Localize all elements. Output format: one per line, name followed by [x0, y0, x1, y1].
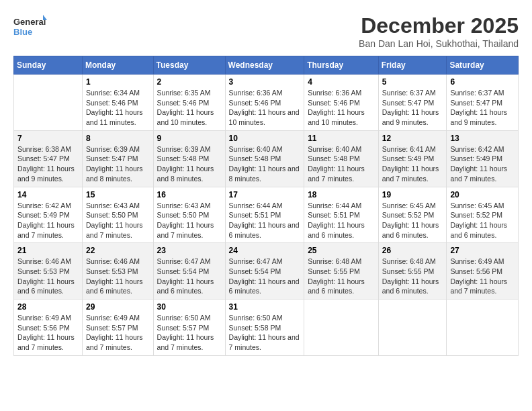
calendar-cell — [378, 300, 447, 356]
day-info: Sunrise: 6:42 AMSunset: 5:49 PMDaylight:… — [450, 144, 515, 184]
calendar-cell: 14Sunrise: 6:42 AMSunset: 5:49 PMDayligh… — [14, 187, 83, 243]
day-number: 15 — [86, 190, 150, 199]
day-info: Sunrise: 6:48 AMSunset: 5:55 PMDaylight:… — [382, 257, 443, 296]
month-title: December 2025 — [359, 13, 519, 38]
day-number: 7 — [17, 134, 79, 143]
day-info: Sunrise: 6:40 AMSunset: 5:48 PMDaylight:… — [229, 144, 301, 184]
svg-marker-2 — [43, 15, 47, 20]
day-info: Sunrise: 6:48 AMSunset: 5:55 PMDaylight:… — [308, 257, 375, 296]
day-info: Sunrise: 6:46 AMSunset: 5:53 PMDaylight:… — [86, 257, 150, 296]
day-number: 19 — [382, 190, 443, 199]
day-info: Sunrise: 6:44 AMSunset: 5:51 PMDaylight:… — [229, 201, 301, 240]
day-info: Sunrise: 6:39 AMSunset: 5:47 PMDaylight:… — [86, 144, 150, 184]
day-info: Sunrise: 6:37 AMSunset: 5:47 PMDaylight:… — [450, 88, 515, 128]
calendar-week-3: 21Sunrise: 6:46 AMSunset: 5:53 PMDayligh… — [14, 243, 519, 300]
calendar-cell — [447, 300, 519, 356]
calendar-cell: 18Sunrise: 6:44 AMSunset: 5:51 PMDayligh… — [304, 187, 379, 243]
svg-text:Blue: Blue — [13, 27, 32, 37]
day-info: Sunrise: 6:50 AMSunset: 5:58 PMDaylight:… — [229, 313, 301, 353]
calendar-cell: 12Sunrise: 6:41 AMSunset: 5:49 PMDayligh… — [378, 130, 447, 187]
calendar-week-0: 1Sunrise: 6:34 AMSunset: 5:46 PMDaylight… — [14, 75, 519, 131]
day-number: 30 — [157, 302, 222, 312]
day-number: 31 — [229, 302, 301, 312]
calendar-cell: 10Sunrise: 6:40 AMSunset: 5:48 PMDayligh… — [225, 130, 304, 187]
header-saturday: Saturday — [447, 56, 519, 75]
calendar-cell: 20Sunrise: 6:45 AMSunset: 5:52 PMDayligh… — [447, 187, 519, 243]
day-info: Sunrise: 6:49 AMSunset: 5:57 PMDaylight:… — [86, 313, 150, 353]
day-info: Sunrise: 6:41 AMSunset: 5:49 PMDaylight:… — [382, 144, 443, 184]
calendar-cell: 13Sunrise: 6:42 AMSunset: 5:49 PMDayligh… — [447, 130, 519, 187]
day-info: Sunrise: 6:38 AMSunset: 5:47 PMDaylight:… — [17, 144, 79, 184]
day-number: 16 — [157, 190, 222, 199]
day-number: 29 — [86, 302, 150, 312]
day-info: Sunrise: 6:49 AMSunset: 5:56 PMDaylight:… — [17, 313, 79, 353]
calendar-cell: 15Sunrise: 6:43 AMSunset: 5:50 PMDayligh… — [82, 187, 153, 243]
day-number: 21 — [17, 246, 79, 255]
day-number: 17 — [229, 190, 301, 199]
calendar-cell: 9Sunrise: 6:39 AMSunset: 5:48 PMDaylight… — [153, 130, 225, 187]
calendar-cell: 25Sunrise: 6:48 AMSunset: 5:55 PMDayligh… — [304, 243, 379, 300]
header-monday: Monday — [82, 56, 153, 75]
calendar-cell: 19Sunrise: 6:45 AMSunset: 5:52 PMDayligh… — [378, 187, 447, 243]
calendar-cell: 2Sunrise: 6:35 AMSunset: 5:46 PMDaylight… — [153, 75, 225, 131]
day-info: Sunrise: 6:50 AMSunset: 5:57 PMDaylight:… — [157, 313, 222, 353]
day-number: 9 — [157, 134, 222, 143]
title-block: December 2025 Ban Dan Lan Hoi, Sukhothai… — [359, 13, 519, 49]
day-number: 5 — [382, 77, 443, 87]
day-info: Sunrise: 6:43 AMSunset: 5:50 PMDaylight:… — [157, 201, 222, 240]
day-info: Sunrise: 6:39 AMSunset: 5:48 PMDaylight:… — [157, 144, 222, 184]
day-number: 20 — [450, 190, 515, 199]
day-number: 13 — [450, 134, 515, 143]
logo: General Blue — [13, 13, 47, 40]
calendar-cell: 24Sunrise: 6:47 AMSunset: 5:54 PMDayligh… — [225, 243, 304, 300]
day-info: Sunrise: 6:49 AMSunset: 5:56 PMDaylight:… — [450, 257, 515, 296]
day-number: 3 — [229, 77, 301, 87]
day-number: 14 — [17, 190, 79, 199]
day-info: Sunrise: 6:46 AMSunset: 5:53 PMDaylight:… — [17, 257, 79, 296]
day-info: Sunrise: 6:42 AMSunset: 5:49 PMDaylight:… — [17, 201, 79, 240]
header-thursday: Thursday — [304, 56, 379, 75]
day-number: 2 — [157, 77, 222, 87]
calendar-cell: 8Sunrise: 6:39 AMSunset: 5:47 PMDaylight… — [82, 130, 153, 187]
day-number: 1 — [86, 77, 150, 87]
calendar-cell — [304, 300, 379, 356]
day-number: 27 — [450, 246, 515, 255]
calendar-week-1: 7Sunrise: 6:38 AMSunset: 5:47 PMDaylight… — [14, 130, 519, 187]
calendar-cell: 23Sunrise: 6:47 AMSunset: 5:54 PMDayligh… — [153, 243, 225, 300]
calendar-cell: 30Sunrise: 6:50 AMSunset: 5:57 PMDayligh… — [153, 300, 225, 356]
day-number: 23 — [157, 246, 222, 255]
day-info: Sunrise: 6:45 AMSunset: 5:52 PMDaylight:… — [382, 201, 443, 240]
calendar-cell: 28Sunrise: 6:49 AMSunset: 5:56 PMDayligh… — [14, 300, 83, 356]
day-info: Sunrise: 6:35 AMSunset: 5:46 PMDaylight:… — [157, 88, 222, 128]
calendar-cell: 17Sunrise: 6:44 AMSunset: 5:51 PMDayligh… — [225, 187, 304, 243]
calendar-cell: 27Sunrise: 6:49 AMSunset: 5:56 PMDayligh… — [447, 243, 519, 300]
calendar-cell — [14, 75, 83, 131]
calendar-cell: 5Sunrise: 6:37 AMSunset: 5:47 PMDaylight… — [378, 75, 447, 131]
day-number: 22 — [86, 246, 150, 255]
svg-text:General: General — [13, 17, 46, 27]
calendar-body: 1Sunrise: 6:34 AMSunset: 5:46 PMDaylight… — [14, 75, 519, 356]
day-info: Sunrise: 6:47 AMSunset: 5:54 PMDaylight:… — [157, 257, 222, 296]
day-info: Sunrise: 6:36 AMSunset: 5:46 PMDaylight:… — [229, 88, 301, 128]
day-info: Sunrise: 6:47 AMSunset: 5:54 PMDaylight:… — [229, 257, 301, 296]
day-number: 25 — [308, 246, 375, 255]
calendar-cell: 31Sunrise: 6:50 AMSunset: 5:58 PMDayligh… — [225, 300, 304, 356]
calendar-table: Sunday Monday Tuesday Wednesday Thursday… — [13, 56, 519, 356]
calendar-week-4: 28Sunrise: 6:49 AMSunset: 5:56 PMDayligh… — [14, 300, 519, 356]
day-number: 4 — [308, 77, 375, 87]
calendar-cell: 16Sunrise: 6:43 AMSunset: 5:50 PMDayligh… — [153, 187, 225, 243]
day-info: Sunrise: 6:34 AMSunset: 5:46 PMDaylight:… — [86, 88, 150, 128]
day-info: Sunrise: 6:45 AMSunset: 5:52 PMDaylight:… — [450, 201, 515, 240]
header-sunday: Sunday — [14, 56, 83, 75]
logo-svg: General Blue — [13, 13, 47, 40]
calendar-cell: 7Sunrise: 6:38 AMSunset: 5:47 PMDaylight… — [14, 130, 83, 187]
location: Ban Dan Lan Hoi, Sukhothai, Thailand — [359, 38, 519, 49]
day-info: Sunrise: 6:44 AMSunset: 5:51 PMDaylight:… — [308, 201, 375, 240]
day-number: 18 — [308, 190, 375, 199]
day-number: 6 — [450, 77, 515, 87]
day-number: 26 — [382, 246, 443, 255]
calendar-header: Sunday Monday Tuesday Wednesday Thursday… — [14, 56, 519, 75]
header-friday: Friday — [378, 56, 447, 75]
day-number: 11 — [308, 134, 375, 143]
header-tuesday: Tuesday — [153, 56, 225, 75]
